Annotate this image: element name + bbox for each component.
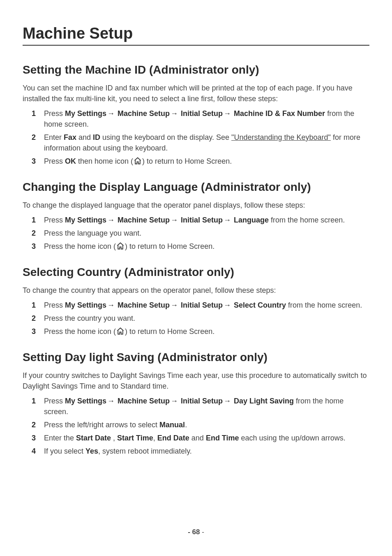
menu-path-segment: My Settings bbox=[65, 216, 106, 224]
page-number: 68 bbox=[192, 528, 200, 536]
step-number: 3 bbox=[32, 326, 36, 337]
step-text: Enter the bbox=[44, 434, 76, 442]
step-text: each using the up/down arrows. bbox=[239, 434, 346, 442]
list-item: 1 Press My Settings→ Machine Setup→ Init… bbox=[32, 215, 369, 225]
keyword: Fax bbox=[64, 133, 76, 141]
menu-path-segment: Language bbox=[232, 216, 269, 224]
steps-machine-id: 1 Press My Settings→ Machine Setup→ Init… bbox=[23, 108, 369, 168]
step-text: , bbox=[153, 434, 157, 442]
arrow-icon: → bbox=[224, 301, 231, 309]
intro-machine-id: You can set the machine ID and fax numbe… bbox=[23, 83, 369, 104]
list-item: 2 Enter Fax and ID using the keyboard on… bbox=[32, 132, 369, 153]
arrow-icon: → bbox=[171, 109, 178, 118]
menu-path-segment: Initial Setup bbox=[179, 109, 223, 118]
step-text: from the home screen. bbox=[269, 216, 345, 224]
step-text: Press bbox=[44, 157, 65, 165]
steps-daylight: 1 Press My Settings→ Machine Setup→ Init… bbox=[23, 396, 369, 456]
step-number: 1 bbox=[32, 108, 36, 119]
list-item: 2 Press the country you want. bbox=[32, 313, 369, 324]
step-text: from the home screen. bbox=[286, 301, 362, 309]
arrow-icon: → bbox=[224, 109, 231, 118]
arrow-icon: → bbox=[107, 301, 115, 309]
title-rule bbox=[23, 45, 369, 46]
menu-path-segment: Initial Setup bbox=[179, 301, 223, 309]
arrow-icon: → bbox=[171, 397, 178, 405]
intro-language: To change the displayed language that th… bbox=[23, 200, 369, 211]
step-number: 1 bbox=[32, 215, 36, 225]
keyword: ID bbox=[93, 133, 100, 141]
arrow-icon: → bbox=[224, 397, 231, 405]
list-item: 3 Press the home icon () to return to Ho… bbox=[32, 241, 369, 253]
list-item: 2 Press the left/right arrows to select … bbox=[32, 419, 369, 430]
arrow-icon: → bbox=[107, 216, 115, 224]
menu-path-segment: Machine Setup bbox=[115, 109, 170, 118]
keyword: End Time bbox=[206, 434, 239, 442]
menu-path-segment: Initial Setup bbox=[179, 397, 223, 405]
menu-path-segment: My Settings bbox=[65, 301, 106, 309]
step-text: ) to return to Home Screen. bbox=[142, 157, 232, 165]
step-number: 3 bbox=[32, 156, 36, 167]
menu-path-segment: My Settings bbox=[65, 397, 106, 405]
section-heading-country: Selecting Country (Administrator only) bbox=[23, 265, 369, 279]
keyword: Start Date bbox=[76, 434, 111, 442]
cross-reference-link[interactable]: "Understanding the Keyboard" bbox=[231, 133, 331, 141]
menu-path-segment: Initial Setup bbox=[179, 216, 223, 224]
step-text: and bbox=[189, 434, 206, 442]
step-text: ) to return to Home Screen. bbox=[125, 242, 214, 250]
step-number: 2 bbox=[32, 228, 36, 239]
intro-daylight: If your country switches to Daylight Sav… bbox=[23, 370, 369, 392]
step-text: Press the left/right arrows to select bbox=[44, 421, 159, 429]
arrow-icon: → bbox=[107, 397, 115, 405]
step-number: 1 bbox=[32, 396, 36, 406]
step-text: Press the language you want. bbox=[44, 229, 141, 237]
menu-path-segment: Machine Setup bbox=[115, 301, 170, 309]
step-text: ) to return to Home Screen. bbox=[125, 327, 214, 336]
step-text: Press bbox=[44, 109, 65, 118]
home-icon bbox=[134, 157, 142, 168]
step-text: If you select bbox=[44, 447, 85, 455]
arrow-icon: → bbox=[224, 216, 231, 224]
menu-path-segment: Machine Setup bbox=[115, 216, 170, 224]
arrow-icon: → bbox=[171, 216, 178, 224]
keyword: End Date bbox=[157, 434, 189, 442]
step-number: 4 bbox=[32, 446, 36, 456]
list-item: 2 Press the language you want. bbox=[32, 228, 369, 239]
home-icon bbox=[116, 242, 125, 253]
arrow-icon: → bbox=[107, 109, 115, 118]
menu-path-segment: Day Light Saving bbox=[232, 397, 294, 405]
step-text: . bbox=[185, 421, 187, 429]
step-number: 2 bbox=[32, 313, 36, 324]
list-item: 3 Press the home icon () to return to Ho… bbox=[32, 326, 369, 338]
step-text: then home icon ( bbox=[76, 157, 133, 165]
step-number: 1 bbox=[32, 300, 36, 310]
step-number: 3 bbox=[32, 433, 36, 443]
step-text: Press bbox=[44, 216, 65, 224]
page-number-suffix: - bbox=[200, 528, 204, 536]
home-icon bbox=[116, 327, 125, 338]
keyword: Manual bbox=[159, 421, 185, 429]
step-text: Enter bbox=[44, 133, 64, 141]
section-heading-machine-id: Setting the Machine ID (Administrator on… bbox=[23, 63, 369, 77]
keyword: Yes bbox=[85, 447, 98, 455]
list-item: 1 Press My Settings→ Machine Setup→ Init… bbox=[32, 396, 369, 417]
list-item: 4 If you select Yes, system reboot immed… bbox=[32, 446, 369, 456]
keyword: Start Time bbox=[117, 434, 153, 442]
steps-country: 1 Press My Settings→ Machine Setup→ Init… bbox=[23, 300, 369, 338]
step-number: 2 bbox=[32, 132, 36, 143]
list-item: 1 Press My Settings→ Machine Setup→ Init… bbox=[32, 108, 369, 130]
step-text: Press the home icon ( bbox=[44, 327, 116, 336]
step-text: Press the country you want. bbox=[44, 314, 135, 322]
keyword: OK bbox=[65, 157, 76, 165]
page-title: Machine Setup bbox=[23, 25, 369, 42]
menu-path-segment: Machine Setup bbox=[115, 397, 170, 405]
menu-path-segment: My Settings bbox=[65, 109, 106, 118]
step-text: Press the home icon ( bbox=[44, 242, 116, 250]
section-heading-daylight: Setting Day light Saving (Administrator … bbox=[23, 350, 369, 364]
list-item: 3 Press OK then home icon () to return t… bbox=[32, 156, 369, 168]
intro-country: To change the country that appears on th… bbox=[23, 285, 369, 296]
page-number-prefix: - bbox=[188, 528, 192, 536]
steps-language: 1 Press My Settings→ Machine Setup→ Init… bbox=[23, 215, 369, 253]
step-number: 2 bbox=[32, 419, 36, 430]
page-footer: - 68 - bbox=[0, 528, 392, 536]
step-text: Press bbox=[44, 301, 65, 309]
